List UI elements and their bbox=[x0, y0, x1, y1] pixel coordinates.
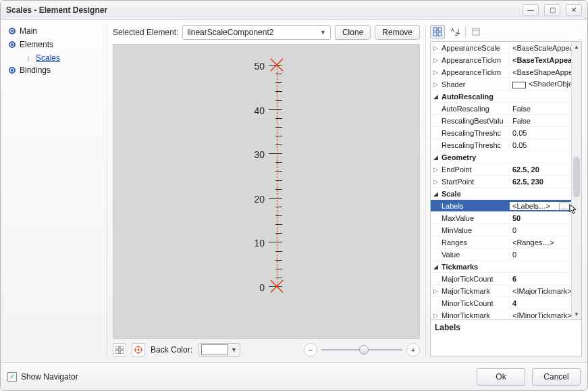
scroll-down-button[interactable]: ▼ bbox=[572, 309, 581, 319]
property-value[interactable]: <IMajorTickmark> bbox=[509, 287, 571, 295]
property-category[interactable]: ◢Scale bbox=[431, 188, 571, 200]
property-value[interactable]: 0.05 bbox=[509, 129, 571, 137]
property-name: RescalingThreshc bbox=[440, 129, 509, 137]
minimize-button[interactable]: — bbox=[523, 4, 539, 16]
property-row[interactable]: Labels<Labels…>… bbox=[431, 200, 571, 212]
property-row[interactable]: RescalingThreshc0.05 bbox=[431, 139, 571, 151]
startpoint-marker[interactable] bbox=[269, 279, 284, 294]
property-row[interactable]: ▷AppearanceScale<BaseScaleAppearanc bbox=[431, 42, 571, 54]
scrollbar-thumb[interactable] bbox=[573, 157, 580, 197]
expand-icon[interactable]: ▷ bbox=[431, 178, 440, 185]
close-button[interactable]: ✕ bbox=[566, 4, 582, 16]
property-row[interactable]: ▷StartPoint62.5, 230 bbox=[431, 176, 571, 188]
clone-button[interactable]: Clone bbox=[335, 25, 371, 40]
property-row[interactable]: ▷AppearanceTickm<BaseShapeAppearan bbox=[431, 66, 571, 78]
backcolor-picker[interactable]: ▼ bbox=[198, 343, 240, 357]
property-value[interactable]: <BaseTextAppear bbox=[509, 56, 571, 64]
selected-element-combo[interactable]: linearScaleComponent2 ▼ bbox=[182, 25, 331, 40]
remove-button[interactable]: Remove bbox=[375, 25, 420, 40]
footer: ✓ Show Navigator Ok Cancel bbox=[1, 362, 587, 390]
property-row[interactable]: MinValue0 bbox=[431, 224, 571, 236]
tick-label: 20 bbox=[254, 194, 265, 205]
expand-icon[interactable]: ◢ bbox=[431, 154, 440, 161]
expand-icon[interactable]: ◢ bbox=[431, 263, 440, 270]
property-row[interactable]: MinorTickCount4 bbox=[431, 297, 571, 309]
property-pages-button[interactable] bbox=[469, 25, 483, 38]
tick-minor bbox=[275, 189, 282, 190]
property-value[interactable]: <BaseScaleAppearanc bbox=[509, 44, 571, 52]
endpoint-marker[interactable] bbox=[269, 57, 284, 72]
maximize-button[interactable]: ▢ bbox=[544, 4, 560, 16]
property-category[interactable]: ◢AutoRescaling bbox=[431, 90, 571, 103]
property-value[interactable]: 0.05 bbox=[509, 141, 571, 149]
nav-item-main[interactable]: Main bbox=[6, 25, 104, 37]
ellipsis-button[interactable]: … bbox=[559, 203, 570, 210]
property-row[interactable]: ▷MajorTickmark<IMajorTickmark> bbox=[431, 285, 571, 297]
property-value[interactable]: <BaseShapeAppearan bbox=[509, 68, 571, 76]
scroll-up-button[interactable]: ▲ bbox=[572, 42, 581, 52]
property-value[interactable]: <ShaderObject bbox=[509, 80, 571, 88]
tick-label: 30 bbox=[254, 149, 265, 160]
tick-major: 20 bbox=[269, 198, 282, 199]
property-grid[interactable]: ▷AppearanceScale<BaseScaleAppearanc▷Appe… bbox=[430, 41, 582, 320]
svg-point-5 bbox=[138, 349, 140, 351]
property-value[interactable]: False bbox=[509, 117, 571, 125]
tick-minor bbox=[275, 74, 282, 74]
property-value[interactable]: <Ranges…> bbox=[509, 238, 571, 246]
tick-minor bbox=[275, 118, 282, 119]
property-value[interactable]: <IMinorTickmark> bbox=[509, 311, 571, 319]
property-row[interactable]: ▷Shader<ShaderObject bbox=[431, 78, 571, 90]
grid-toggle-button[interactable] bbox=[113, 343, 126, 357]
tick-major: 40 bbox=[269, 109, 282, 110]
expand-icon[interactable]: ▷ bbox=[431, 288, 440, 294]
show-navigator-checkbox[interactable]: ✓ Show Navigator bbox=[7, 372, 78, 382]
target-button[interactable] bbox=[132, 343, 145, 357]
property-value[interactable]: 50 bbox=[509, 214, 571, 222]
property-row[interactable]: Value0 bbox=[431, 249, 571, 261]
property-value[interactable]: 4 bbox=[509, 299, 571, 307]
slider-thumb[interactable] bbox=[359, 345, 369, 355]
expand-icon[interactable]: ▷ bbox=[431, 81, 440, 88]
expand-icon[interactable]: ▷ bbox=[431, 312, 440, 319]
property-name: MaxValue bbox=[440, 214, 509, 222]
nav-item-elements[interactable]: Elements bbox=[6, 38, 104, 51]
alphabetical-view-button[interactable]: AZ bbox=[448, 25, 462, 38]
property-row[interactable]: ▷EndPoint62.5, 20 bbox=[431, 163, 571, 176]
property-value[interactable]: 0 bbox=[509, 251, 571, 259]
property-name: StartPoint bbox=[440, 178, 509, 186]
property-value[interactable]: False bbox=[509, 105, 571, 113]
zoom-slider[interactable] bbox=[321, 344, 402, 355]
categorized-view-button[interactable] bbox=[430, 25, 445, 38]
property-value[interactable]: <Labels…>… bbox=[509, 202, 571, 210]
property-row[interactable]: ▷AppearanceTickm<BaseTextAppear bbox=[431, 54, 571, 66]
zoom-in-button[interactable]: + bbox=[406, 343, 420, 357]
property-row[interactable]: ▷MinorTickmark<IMinorTickmark> bbox=[431, 309, 571, 320]
property-row[interactable]: Ranges<Ranges…> bbox=[431, 236, 571, 249]
property-row[interactable]: MaxValue50 bbox=[431, 212, 571, 224]
scrollbar[interactable]: ▲ ▼ bbox=[571, 42, 581, 319]
expand-icon[interactable]: ▷ bbox=[431, 57, 440, 63]
expand-icon[interactable]: ▷ bbox=[431, 166, 440, 173]
cancel-button[interactable]: Cancel bbox=[532, 368, 581, 386]
tick-minor bbox=[275, 145, 282, 145]
svg-rect-0 bbox=[115, 346, 119, 349]
nav-item-bindings[interactable]: Bindings bbox=[6, 64, 104, 76]
expand-icon[interactable]: ◢ bbox=[431, 190, 440, 197]
property-value[interactable]: 62.5, 230 bbox=[509, 178, 571, 186]
property-category[interactable]: ◢Tickmarks bbox=[431, 261, 571, 273]
expand-icon[interactable]: ◢ bbox=[431, 93, 440, 100]
property-value[interactable]: 62.5, 20 bbox=[509, 165, 571, 174]
zoom-out-button[interactable]: − bbox=[304, 343, 317, 357]
expand-icon[interactable]: ▷ bbox=[431, 45, 440, 51]
property-category[interactable]: ◢Geometry bbox=[431, 151, 571, 163]
property-row[interactable]: AutoRescalingFalse bbox=[431, 103, 571, 115]
nav-item-scales[interactable]: ⟊ Scales bbox=[22, 52, 104, 64]
ok-button[interactable]: Ok bbox=[477, 368, 525, 386]
property-row[interactable]: RescalingThreshc0.05 bbox=[431, 127, 571, 139]
property-row[interactable]: MajorTickCount6 bbox=[431, 273, 571, 285]
property-value[interactable]: 6 bbox=[509, 275, 571, 283]
expand-icon[interactable]: ▷ bbox=[431, 69, 440, 76]
design-canvas[interactable]: 01020304050 bbox=[113, 44, 420, 339]
property-value[interactable]: 0 bbox=[509, 226, 571, 234]
property-row[interactable]: RescalingBestValuFalse bbox=[431, 115, 571, 127]
